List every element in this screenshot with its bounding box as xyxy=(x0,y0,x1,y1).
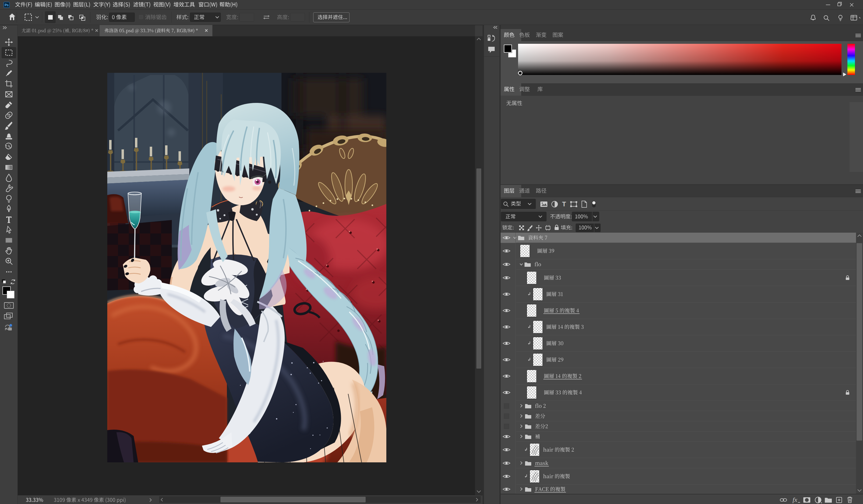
svg-text:T: T xyxy=(562,201,566,208)
svg-text:fx: fx xyxy=(792,496,797,503)
svg-text:Ps: Ps xyxy=(4,3,9,7)
